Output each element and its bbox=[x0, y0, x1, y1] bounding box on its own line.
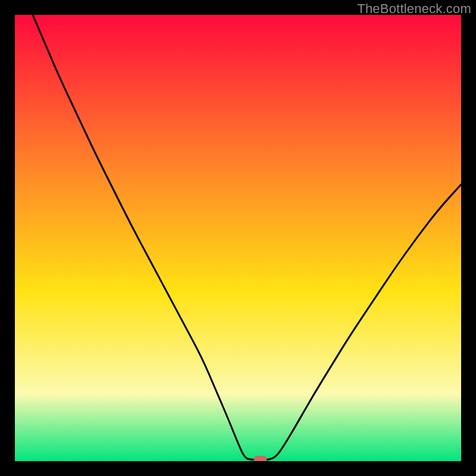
chart-frame: TheBottleneck.com bbox=[0, 0, 476, 476]
bottleneck-chart bbox=[15, 15, 461, 461]
gradient-background bbox=[15, 15, 461, 461]
optimal-point-marker bbox=[254, 456, 267, 461]
